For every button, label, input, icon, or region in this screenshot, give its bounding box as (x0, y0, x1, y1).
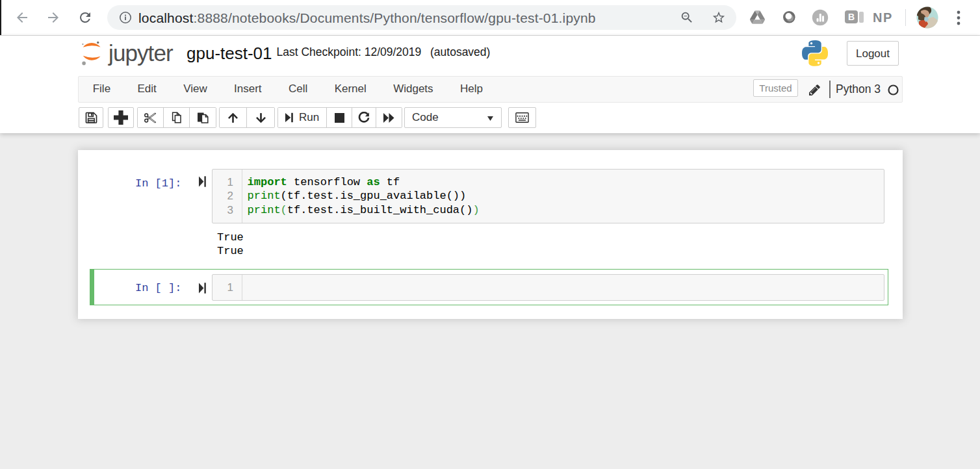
svg-text:B: B (848, 12, 855, 22)
